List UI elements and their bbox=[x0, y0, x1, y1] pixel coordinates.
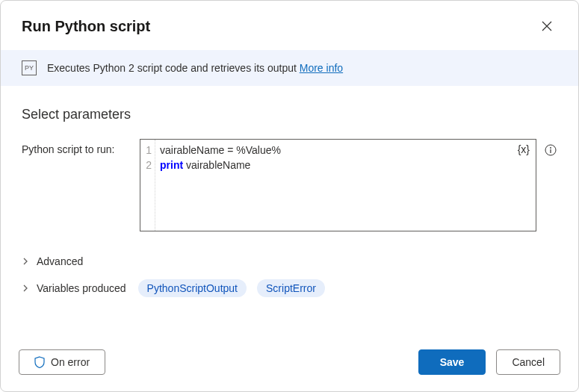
close-icon bbox=[542, 21, 552, 31]
advanced-expander[interactable]: Advanced bbox=[22, 249, 557, 273]
save-button[interactable]: Save bbox=[418, 349, 486, 375]
info-text-container: Executes Python 2 script code and retrie… bbox=[47, 62, 343, 74]
advanced-label: Advanced bbox=[37, 255, 83, 267]
info-bar: PY Executes Python 2 script code and ret… bbox=[1, 50, 578, 86]
section-title: Select parameters bbox=[22, 107, 557, 122]
script-label: Python script to run: bbox=[22, 139, 126, 155]
close-button[interactable] bbox=[536, 16, 557, 37]
variable-chips: PythonScriptOutputScriptError bbox=[138, 279, 325, 297]
python-badge-icon: PY bbox=[22, 60, 37, 75]
code-line[interactable]: print vairableName bbox=[160, 158, 531, 172]
code-line[interactable]: vairableName = %Value% bbox=[160, 143, 531, 158]
line-number: 2 bbox=[142, 158, 152, 172]
chevron-right-icon[interactable] bbox=[22, 284, 31, 292]
field-info-button[interactable] bbox=[544, 143, 557, 157]
variable-chip[interactable]: ScriptError bbox=[257, 279, 325, 297]
variable-chip[interactable]: PythonScriptOutput bbox=[138, 279, 247, 297]
info-text: Executes Python 2 script code and retrie… bbox=[47, 62, 300, 74]
line-number: 1 bbox=[142, 143, 152, 158]
on-error-button[interactable]: On error bbox=[19, 349, 105, 375]
variables-produced-label: Variables produced bbox=[37, 282, 126, 294]
code-editor[interactable]: 12 vairableName = %Value%print vairableN… bbox=[140, 139, 536, 231]
script-field-row: Python script to run: 12 vairableName = … bbox=[22, 139, 557, 231]
dialog: Run Python script PY Executes Python 2 s… bbox=[0, 0, 579, 392]
on-error-label: On error bbox=[51, 356, 90, 368]
cancel-button[interactable]: Cancel bbox=[496, 349, 560, 375]
footer-actions: Save Cancel bbox=[418, 349, 560, 375]
svg-rect-2 bbox=[550, 149, 551, 153]
insert-variable-button[interactable]: {x} bbox=[518, 143, 530, 155]
more-info-link[interactable]: More info bbox=[300, 62, 343, 74]
code-body[interactable]: vairableName = %Value%print vairableName bbox=[155, 140, 536, 231]
shield-icon bbox=[34, 356, 45, 368]
code-gutter: 12 bbox=[140, 140, 155, 231]
dialog-footer: On error Save Cancel bbox=[1, 335, 578, 391]
variables-produced-row: Variables produced PythonScriptOutputScr… bbox=[22, 273, 557, 303]
info-icon bbox=[545, 144, 557, 156]
chevron-right-icon bbox=[22, 258, 31, 265]
dialog-header: Run Python script bbox=[1, 1, 578, 50]
dialog-body: Select parameters Python script to run: … bbox=[1, 86, 578, 335]
code-wrapper: 12 vairableName = %Value%print vairableN… bbox=[140, 139, 557, 231]
dialog-title: Run Python script bbox=[22, 18, 150, 35]
svg-point-1 bbox=[550, 147, 551, 149]
